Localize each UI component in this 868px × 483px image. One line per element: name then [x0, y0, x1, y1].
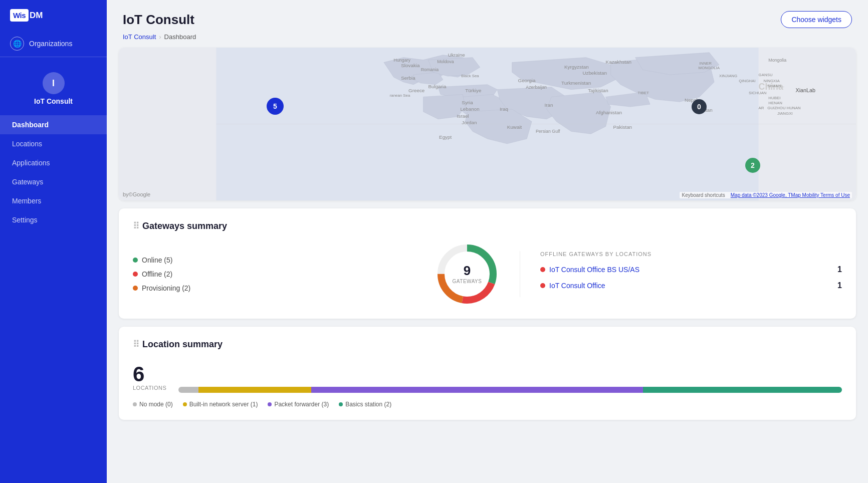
keyboard-shortcuts: Keyboard shortcuts [682, 192, 725, 198]
location-count-block: 6 LOCATIONS [133, 364, 166, 393]
map-cluster-1[interactable]: 5 [267, 98, 284, 115]
country-label-slovakia: Slovakia [401, 63, 420, 68]
svg-text:INNER: INNER [700, 61, 712, 66]
map-card: Slovakia Ukraine Moldova Hungary Romania… [119, 48, 856, 200]
breadcrumb-root[interactable]: IoT Consult [123, 33, 156, 41]
sidebar-item-members[interactable]: Members [0, 191, 107, 210]
svg-text:Syria: Syria [462, 100, 473, 105]
org-selector[interactable]: 🌐 Organizations [0, 31, 107, 57]
map-container[interactable]: Slovakia Ukraine Moldova Hungary Romania… [119, 48, 856, 200]
logo-dm: DM [30, 11, 43, 21]
donut-number: 9 [453, 263, 482, 279]
offline-count-1: 1 [837, 265, 842, 274]
org-label: Organizations [29, 40, 72, 48]
offline-dot-1 [540, 267, 545, 272]
sidebar-item-applications[interactable]: Applications [0, 153, 107, 172]
offline-section-title: OFFLINE GATEWAYS BY LOCATIONS [540, 251, 842, 257]
svg-text:XINJIANG: XINJIANG [719, 74, 737, 78]
svg-text:NINGXIA: NINGXIA [763, 79, 780, 83]
map-attribution: Keyboard shortcuts Map data ©2023 Google… [680, 192, 852, 198]
svg-text:Egypt: Egypt [439, 134, 452, 140]
choose-widgets-button[interactable]: Choose widgets [781, 11, 852, 28]
segment-nomode [178, 387, 198, 393]
offline-item-left-1: IoT Consult Office BS US/AS [540, 266, 639, 274]
drag-handle-loc[interactable]: ⠿ [133, 339, 138, 350]
legend-builtin: Built-in network server (1) [183, 401, 258, 408]
profile-name: IoT Consult [34, 97, 73, 105]
svg-text:Türkiye: Türkiye [465, 88, 482, 93]
map-logo: by©Google [123, 191, 150, 197]
svg-text:Turkmenistan: Turkmenistan [561, 80, 591, 86]
gateways-title: ⠿ Gateways summary [133, 220, 842, 231]
svg-text:GANSU: GANSU [759, 73, 773, 77]
legend-packet: Packet forwarder (3) [268, 401, 329, 408]
sidebar-item-locations[interactable]: Locations [0, 134, 107, 153]
svg-text:SICHUAN: SICHUAN [749, 91, 767, 95]
segment-basics [643, 387, 842, 393]
basics-dot [339, 402, 343, 406]
org-icon: 🌐 [10, 37, 24, 51]
svg-text:JIANGXI: JIANGXI [777, 111, 793, 116]
provisioning-dot [133, 286, 138, 291]
svg-text:Mongolia: Mongolia [768, 58, 786, 63]
svg-text:Afghanistan: Afghanistan [596, 110, 622, 115]
svg-text:HENAN: HENAN [768, 101, 782, 105]
main-content: IoT Consult Choose widgets IoT Consult ›… [107, 0, 868, 483]
location-legend: No mode (0) Built-in network server (1) … [133, 401, 842, 408]
svg-text:Moldova: Moldova [437, 59, 454, 64]
xianlab-label: XianLab [795, 87, 815, 93]
location-body: 6 LOCATIONS No [133, 360, 842, 408]
sidebar: Wis DM 🌐 Organizations I IoT Consult Das… [0, 0, 107, 483]
svg-text:Romania: Romania [421, 67, 439, 72]
sidebar-item-settings[interactable]: Settings [0, 210, 107, 229]
svg-text:Kazakhstan: Kazakhstan [606, 59, 631, 65]
location-count-row: 6 LOCATIONS [133, 364, 842, 393]
donut-chart: 9 GATEWAYS [435, 242, 500, 307]
breadcrumb-current: Dashboard [164, 33, 196, 41]
legend-provisioning: Provisioning (2) [133, 284, 435, 292]
location-count-label: LOCATIONS [133, 385, 166, 391]
online-dot [133, 258, 138, 263]
cluster3-label: 2 [751, 161, 755, 169]
svg-text:Greece: Greece [408, 88, 425, 93]
segment-packet [311, 387, 643, 393]
offline-item-1: IoT Consult Office BS US/AS 1 [540, 265, 842, 274]
builtin-dot [183, 402, 187, 406]
svg-text:Kyrgyzstan: Kyrgyzstan [564, 64, 589, 70]
svg-text:Jordan: Jordan [462, 120, 477, 125]
map-cluster-2[interactable]: 0 [692, 99, 707, 114]
svg-text:GUIZHOU HUNAN: GUIZHOU HUNAN [767, 106, 801, 110]
svg-text:Israel: Israel [457, 113, 469, 119]
sidebar-item-gateways[interactable]: Gateways [0, 172, 107, 191]
legend-offline: Offline (2) [133, 270, 435, 278]
svg-text:Bulgaria: Bulgaria [428, 84, 447, 89]
offline-dot-2 [540, 283, 545, 288]
sidebar-item-dashboard[interactable]: Dashboard [0, 115, 107, 134]
offline-item-left-2: IoT Consult Office [540, 282, 605, 290]
legend-online: Online (5) [133, 256, 435, 264]
svg-text:Hungary: Hungary [394, 58, 411, 63]
svg-text:Lebanon: Lebanon [460, 106, 479, 112]
svg-text:Azerbaijan: Azerbaijan [526, 85, 547, 90]
breadcrumb-separator: › [159, 33, 161, 41]
logo: Wis DM [0, 0, 107, 31]
drag-handle[interactable]: ⠿ [133, 220, 138, 231]
svg-text:Tajikistan: Tajikistan [588, 88, 608, 93]
gateways-body: Online (5) Offline (2) Provisioning (2) [133, 242, 842, 307]
map-cluster-3[interactable]: 2 [745, 158, 760, 173]
breadcrumb: IoT Consult › Dashboard [107, 31, 868, 48]
page-title: IoT Consult [123, 12, 194, 28]
svg-text:HUBEI: HUBEI [768, 96, 780, 100]
logo-wis: Wis [10, 9, 29, 22]
sidebar-nav: Dashboard Locations Applications Gateway… [0, 112, 107, 483]
gateways-legend: Online (5) Offline (2) Provisioning (2) [133, 256, 435, 292]
svg-text:Ukraine: Ukraine [448, 52, 465, 58]
packet-dot [268, 402, 272, 406]
progress-bar [178, 387, 842, 393]
offline-dot [133, 272, 138, 277]
location-summary-card: ⠿ Location summary 6 LOCATIONS [119, 327, 856, 420]
top-bar: IoT Consult Choose widgets [107, 0, 868, 31]
svg-text:Kuwait: Kuwait [507, 124, 522, 130]
location-progress [178, 387, 842, 393]
svg-text:QINGHAI: QINGHAI [739, 79, 755, 83]
